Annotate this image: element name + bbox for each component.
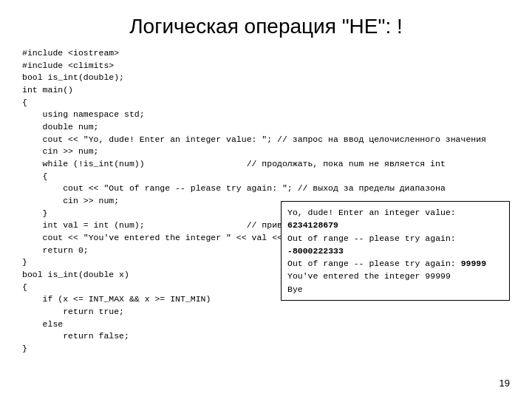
code-line: cout << "Out of range -- please try agai… [22, 183, 510, 195]
output-line: Out of range -- please try again: 99999 [287, 257, 503, 270]
output-box: Yo, dude! Enter an integer value: 623412… [281, 201, 510, 301]
code-line: cin >> num; [22, 146, 510, 158]
code-line: else [22, 318, 510, 331]
code-line: while (!is_int(num)) // продолжать, пока… [22, 158, 510, 171]
page-number: 19 [499, 378, 510, 389]
code-line: { [22, 97, 510, 109]
code-line: return true; [22, 306, 510, 318]
code-line: bool is_int(double); [22, 72, 510, 84]
slide-title: Логическая операция "НЕ": ! [22, 15, 510, 38]
code-line: int main() [22, 84, 510, 97]
code-line: } [22, 343, 510, 355]
output-line: You've entered the integer 99999 [287, 270, 503, 282]
output-line: Bye [287, 283, 503, 296]
slide: Логическая операция "НЕ": ! #include <io… [0, 0, 532, 399]
output-line: Out of range -- please try again: -80002… [287, 232, 503, 258]
code-line: cout << "Yo, dude! Enter an integer valu… [22, 134, 510, 146]
code-line: { [22, 171, 510, 183]
output-line: Yo, dude! Enter an integer value: 623412… [287, 206, 503, 232]
code-line: #include <iostream> [22, 47, 510, 60]
code-line: double num; [22, 121, 510, 134]
code-line: using namespace std; [22, 109, 510, 121]
code-line: return false; [22, 330, 510, 343]
code-line: #include <climits> [22, 60, 510, 72]
